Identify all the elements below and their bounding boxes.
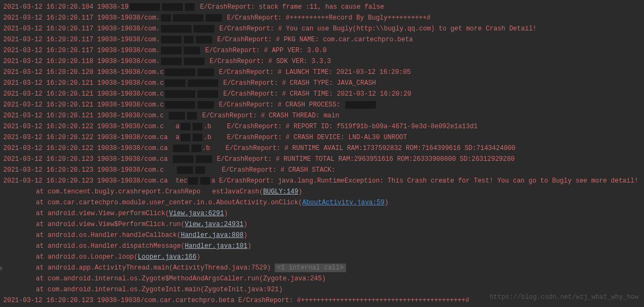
log-line: 2021-03-12 16:20:20.123 19038-19038/com.…	[3, 154, 641, 165]
stack-frame-text: at android.os.Handler.dispatchMessage(	[36, 242, 185, 250]
redacted-block	[161, 47, 182, 54]
redacted-block	[200, 177, 210, 185]
source-link[interactable]: View.java:6291	[169, 210, 224, 217]
stack-frame-suffix: )	[244, 221, 247, 228]
log-message: E/CrashReport: # APP VER: 3.0.0	[201, 47, 326, 54]
stack-frame: at android.os.Handler.handleCallback(Han…	[3, 230, 641, 241]
redacted-block	[161, 58, 182, 65]
stack-frame-text: at android.view.View$PerformClick.run(	[36, 221, 185, 228]
redacted-block	[184, 36, 194, 43]
redacted-block	[187, 112, 197, 120]
source-link[interactable]: View.java:24931	[185, 221, 244, 228]
log-message: E/CrashReport: stack frame :11, has caus…	[196, 3, 384, 11]
redacted-block	[177, 166, 193, 174]
redacted-block	[173, 145, 189, 152]
log-message: E/CrashReport: # CRASH PROCESS:	[215, 101, 344, 109]
log-message: E/CrashReport: #++++++++++Record By Bugl…	[223, 14, 431, 22]
redacted-block	[184, 58, 205, 65]
redacted-block	[165, 101, 195, 109]
stack-frame-suffix: )	[224, 210, 228, 217]
redacted-block	[185, 3, 195, 11]
redacted-block	[161, 14, 171, 22]
redacted-block	[161, 36, 182, 43]
log-line: 2021-03-12 16:20:20.122 19038-19038/com.…	[3, 143, 641, 154]
redacted-block	[181, 134, 190, 141]
source-link[interactable]: AboutActivity.java:59	[302, 199, 385, 206]
redacted-block	[129, 3, 160, 11]
log-line: 2021-03-12 16:20:20.121 19038-19038/com.…	[3, 89, 641, 99]
log-prefix: 2021-03-12 16:20:20.104 19038-19	[3, 3, 128, 11]
stack-frame: at android.view.View.performClick(View.j…	[3, 208, 641, 219]
redacted-block	[194, 25, 214, 33]
log-line: 2021-03-12 16:20:20.122 19038-19038/com.…	[3, 132, 641, 143]
stack-frame: at com.android.internal.os.Zygote$Method…	[3, 273, 641, 284]
redacted-block	[193, 123, 202, 130]
stack-frame: at android.os.Looper.loop(Looper.java:16…	[3, 252, 641, 262]
stack-frame: at android.os.Handler.dispatchMessage(Ha…	[3, 241, 641, 252]
log-prefix: 2021-03-12 16:20:20.120 19038-19038/com.…	[3, 68, 164, 76]
log-prefix: 2021-03-12 16:20:20.123 19038-19038/com.…	[3, 177, 187, 185]
stack-frame-text: at com.android.internal.os.Zygote$Method…	[36, 275, 326, 283]
redacted-block	[206, 14, 222, 22]
stack-frame-suffix: )	[244, 231, 247, 239]
redacted-block	[162, 3, 183, 11]
stack-frame-text: at com.android.internal.os.ZygoteInit.ma…	[36, 286, 283, 293]
fold-gutter-icon[interactable]: ⊞	[0, 264, 2, 274]
log-line: 2021-03-12 16:20:20.117 19038-19038/com.…	[3, 34, 641, 45]
source-link[interactable]: Handler.java:101	[185, 242, 247, 250]
source-link[interactable]: BUGLY:149	[263, 188, 299, 196]
log-prefix: 2021-03-12 16:20:20.122 19038-19038/com.…	[3, 123, 179, 130]
internal-call-badge[interactable]: <1 internal call>	[275, 264, 345, 272]
log-message: E/CrashReport: # CRASH TYPE: JAVA_CRASH	[219, 79, 376, 87]
logcat-output: 2021-03-12 16:20:20.104 19038-19 E/Crash…	[3, 2, 641, 306]
stack-frame-text: at com.car.cartechpro.module.user_center…	[36, 199, 302, 206]
stack-frame-suffix: )	[196, 253, 200, 261]
stack-frame: at android.app.ActivityThread.main(Activ…	[3, 262, 641, 273]
redacted-block	[195, 166, 205, 174]
redacted-block	[165, 68, 195, 76]
log-message: E/CrashReport: # PKG NAME: com.car.carte…	[213, 36, 413, 43]
stack-frame: at com.tencent.bugly.crashreport.CrashRe…	[3, 186, 641, 197]
redacted-block	[193, 134, 202, 141]
log-prefix: 2021-03-12 16:20:20.118 19038-19038/com.	[3, 58, 160, 65]
watermark-text: https://blog.csdn.net/wzj_what_why_how	[490, 292, 639, 303]
log-message: a E/CrashReport: java.lang.RuntimeExcept…	[211, 177, 638, 185]
log-line: 2021-03-12 16:20:20.118 19038-19038/com.…	[3, 56, 641, 67]
redacted-block	[197, 101, 214, 109]
redacted-block	[196, 36, 212, 43]
log-prefix: 2021-03-12 16:20:20.117 19038-19038/com.	[3, 25, 160, 33]
log-message: .b E/CrashReport: # CRASH DEVICE: LND-AL…	[203, 134, 407, 141]
source-link[interactable]: Looper.java:166	[138, 253, 196, 261]
redacted-block	[191, 145, 201, 152]
log-prefix: 2021-03-12 16:20:20.122 19038-19038/com.…	[3, 145, 172, 152]
log-prefix: 2021-03-12 16:20:20.121 19038-19038/com.…	[3, 79, 164, 87]
stack-frame-text: at android.os.Looper.loop(	[36, 253, 138, 261]
log-prefix: 2021-03-12 16:20:20.121 19038-19038/com.…	[3, 90, 164, 98]
redacted-block	[345, 101, 376, 109]
source-link[interactable]: Handler.java:808	[181, 231, 243, 239]
stack-frame-text: at android.view.View.performClick(	[36, 210, 169, 217]
stack-frame-suffix: )	[385, 199, 388, 206]
log-line: 2021-03-12 16:20:20.120 19038-19038/com.…	[3, 67, 641, 78]
stack-frame-text: at android.app.ActivityThread.main(Activ…	[36, 264, 275, 272]
log-prefix: 2021-03-12 16:20:20.117 19038-19038/com.	[3, 14, 160, 22]
log-line: 2021-03-12 16:20:20.123 19038-19038/com.…	[3, 165, 641, 176]
redacted-block	[161, 25, 191, 33]
log-line: 2021-03-12 16:20:20.117 19038-19038/com.…	[3, 45, 641, 56]
redacted-block	[188, 177, 198, 185]
log-line: 2021-03-12 16:20:20.104 19038-19 E/Crash…	[3, 2, 641, 12]
log-line: 2021-03-12 16:20:20.121 19038-19038/com.…	[3, 99, 641, 110]
log-prefix: 2021-03-12 16:20:20.122 19038-19038/com.…	[3, 134, 179, 141]
log-message: E/CrashReport: # You can use Bugly(http:…	[215, 25, 537, 33]
log-message: E/CrashReport: # CRASH STACK:	[206, 166, 336, 174]
stack-frame: at android.view.View$PerformClick.run(Vi…	[3, 219, 641, 230]
redacted-block	[197, 68, 214, 76]
redacted-block	[165, 90, 195, 98]
log-line: 2021-03-12 16:20:20.123 19038-19038/com.…	[3, 176, 641, 186]
redacted-block	[188, 79, 218, 87]
stack-frame-suffix: )	[298, 188, 302, 196]
log-message: E/CrashReport: # RUNTIME TOTAL RAM:29639…	[213, 155, 515, 163]
log-prefix: 2021-03-12 16:20:20.121 19038-19038/com.…	[3, 101, 164, 109]
log-message: E/CrashReport: # LAUNCH TIME: 2021-03-12…	[215, 68, 411, 76]
redacted-block	[165, 79, 185, 87]
